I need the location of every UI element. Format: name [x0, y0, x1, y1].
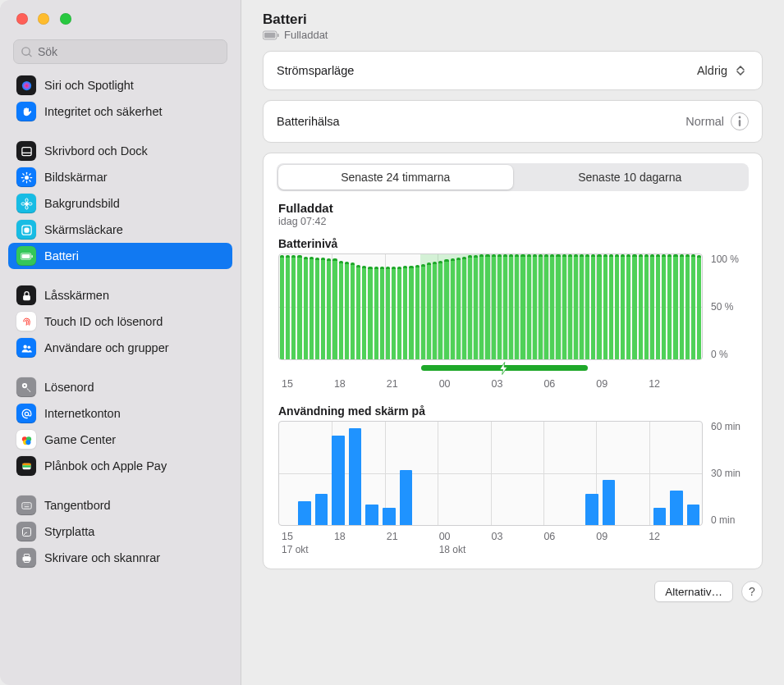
wallet-icon [16, 456, 36, 476]
low-power-label: Strömsparläge [277, 64, 354, 77]
svg-point-15 [21, 202, 24, 204]
sidebar-item-users[interactable]: Användare och grupper [8, 335, 232, 361]
sidebar-item-passwords[interactable]: Lösenord [8, 374, 232, 400]
svg-point-14 [25, 205, 27, 208]
sidebar-item-label: Tangentbord [44, 499, 111, 512]
svg-point-48 [739, 116, 741, 119]
low-power-row: Strömsparläge Aldrig [263, 51, 763, 90]
fingerprint-icon [16, 312, 36, 331]
svg-rect-46 [264, 32, 275, 38]
svg-rect-47 [277, 34, 279, 37]
svg-line-8 [22, 173, 23, 174]
flower-icon [16, 194, 36, 213]
sidebar-item-printers[interactable]: Skrivare och skannrar [8, 545, 232, 571]
x-tick: 06 [543, 531, 596, 542]
sidebar-item-displays[interactable]: Bildskärmar [8, 164, 232, 190]
sidebar-item-label: Batteri [44, 249, 79, 263]
x-tick: 09 [596, 378, 649, 390]
last-full-title: Fulladdat [278, 201, 747, 215]
svg-rect-21 [31, 255, 32, 258]
sidebar-item-desktop[interactable]: Skrivbord och Dock [8, 138, 232, 164]
footer: Alternativ… ? [263, 579, 763, 602]
sidebar-item-label: Skärmsläckare [44, 223, 123, 236]
svg-rect-41 [22, 527, 30, 536]
x-tick: 15 [282, 531, 334, 542]
svg-point-12 [25, 202, 28, 205]
window-zoom-button[interactable] [60, 13, 71, 25]
sidebar-item-wallet[interactable]: Plånbok och Apple Pay [8, 453, 232, 479]
low-power-select[interactable]: Aldrig [695, 63, 749, 78]
date-label: 17 okt [282, 544, 334, 555]
x-tick: 12 [649, 531, 701, 542]
svg-point-23 [23, 345, 26, 348]
sidebar-item-label: Plånbok och Apple Pay [44, 459, 167, 473]
sidebar-item-label: Touch ID och lösenord [44, 315, 163, 328]
sidebar-item-trackpad[interactable]: Styrplatta [8, 518, 232, 545]
charging-bolt-icon [497, 361, 511, 376]
svg-rect-18 [25, 228, 29, 232]
sidebar-item-label: Låsskärmen [44, 289, 109, 302]
sidebar-item-wallpaper[interactable]: Bakgrundsbild [8, 190, 232, 217]
key-icon [16, 377, 36, 397]
svg-line-9 [29, 180, 30, 180]
dock-icon [16, 141, 36, 161]
search-icon [21, 46, 33, 58]
x-tick: 21 [387, 378, 439, 390]
window-minimize-button[interactable] [38, 13, 49, 25]
trackpad-icon [16, 522, 36, 541]
x-tick: 12 [649, 378, 701, 390]
sidebar-item-integrity[interactable]: Integritet och säkerhet [8, 98, 232, 125]
window-controls [0, 0, 241, 33]
date-label: 18 okt [439, 544, 492, 555]
time-range-segmented: Senaste 24 timmarna Senaste 10 dagarna [277, 163, 749, 191]
help-button[interactable]: ? [741, 581, 763, 602]
svg-rect-44 [24, 559, 29, 562]
svg-point-31 [25, 439, 30, 444]
hand-raised-icon [16, 102, 36, 121]
page-subtitle: Fulladdat [284, 29, 328, 41]
svg-rect-49 [739, 120, 740, 126]
y-tick: 0 min [711, 514, 735, 526]
window-close-button[interactable] [16, 13, 28, 25]
svg-rect-34 [22, 465, 30, 468]
y-tick: 0 % [711, 349, 728, 360]
sidebar-item-label: Bildskärmar [44, 171, 108, 184]
sidebar-item-label: Skrivare och skannrar [44, 551, 160, 564]
sidebar-item-lockscreen[interactable]: Låsskärmen [8, 282, 232, 308]
svg-rect-20 [21, 254, 30, 258]
sidebar-item-keyboard[interactable]: Tangentbord [8, 492, 232, 518]
sidebar-item-internet[interactable]: Internetkonton [8, 400, 232, 427]
sidebar-item-label: Integritet och säkerhet [44, 105, 162, 118]
search-placeholder: Sök [38, 45, 57, 58]
y-tick: 30 min [711, 468, 740, 479]
users-icon [16, 338, 36, 358]
y-tick: 100 % [711, 253, 739, 265]
search-input[interactable]: Sök [13, 39, 227, 64]
svg-point-27 [25, 412, 28, 415]
segment-24h[interactable]: Senaste 24 timmarna [278, 165, 513, 190]
segment-10d[interactable]: Senaste 10 dagarna [513, 165, 748, 190]
y-tick: 50 % [711, 301, 733, 313]
battery-health-info-button[interactable] [731, 112, 749, 130]
sidebar-item-battery[interactable]: Batteri [8, 243, 232, 269]
sidebar-item-screensaver[interactable]: Skärmsläckare [8, 217, 232, 243]
sidebar-item-label: Skrivbord och Dock [44, 144, 148, 158]
low-power-value: Aldrig [697, 64, 727, 77]
x-tick: 18 [334, 531, 387, 542]
at-icon [16, 404, 36, 423]
sidebar-item-gamecenter[interactable]: Game Center [8, 427, 232, 453]
x-tick: 09 [596, 531, 649, 542]
usage-chart: 60 min30 min0 min 1518210003060912 17 ok… [275, 421, 750, 555]
sidebar-item-touchid[interactable]: Touch ID och lösenord [8, 308, 232, 335]
sidebar-item-label: Användare och grupper [44, 341, 169, 354]
printer-icon [16, 548, 36, 568]
svg-point-16 [28, 202, 31, 204]
x-tick: 03 [492, 378, 544, 390]
options-button[interactable]: Alternativ… [654, 581, 733, 602]
x-tick: 21 [387, 531, 439, 542]
keyboard-icon [16, 495, 36, 515]
sidebar-item-label: Game Center [44, 433, 116, 446]
sidebar-item-siri[interactable]: Siri och Spotlight [8, 72, 232, 98]
main-content: Batteri Fulladdat Strömsparläge Aldrig [241, 0, 784, 685]
page-title: Batteri [263, 11, 763, 28]
